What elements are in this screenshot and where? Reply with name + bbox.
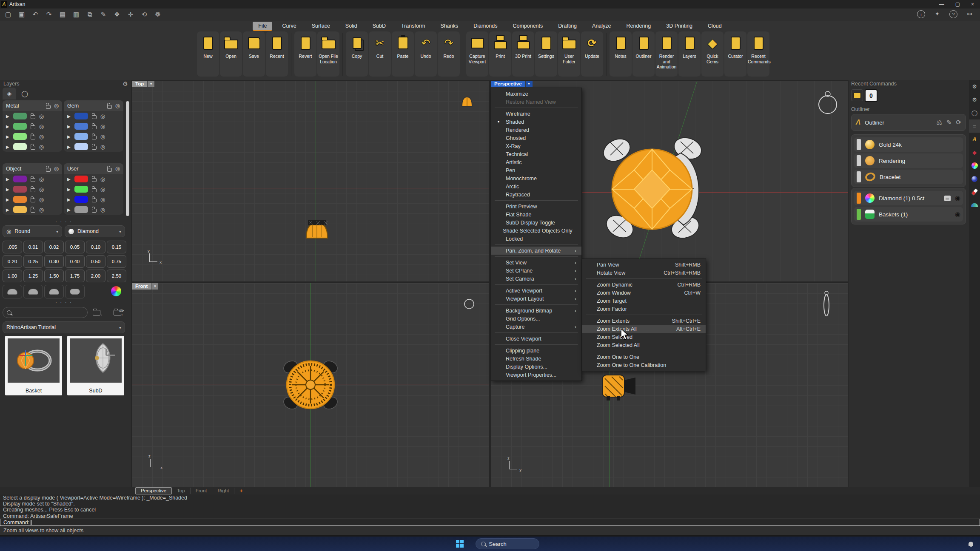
submenu-item[interactable]: Zoom Selected All bbox=[582, 341, 706, 349]
viewport-tab[interactable]: Perspective bbox=[135, 487, 172, 494]
toolbar-icon[interactable]: ✎ bbox=[100, 11, 107, 18]
viewport-tab[interactable]: + bbox=[234, 488, 248, 494]
ribbon-button[interactable]: Quick Gems bbox=[701, 31, 724, 77]
windows-start-button[interactable] bbox=[456, 540, 464, 548]
lock-icon[interactable] bbox=[92, 178, 97, 182]
eye-icon[interactable]: ◎ bbox=[100, 144, 105, 150]
gem-size-button[interactable]: 1.75 bbox=[65, 270, 85, 282]
context-menu-item[interactable]: X-Ray bbox=[491, 142, 581, 150]
toolbar-icon[interactable]: ⟲ bbox=[140, 11, 148, 18]
outliner-row[interactable]: Baskets (1) ◉ bbox=[854, 207, 963, 222]
context-menu-item[interactable] bbox=[495, 332, 578, 333]
submenu-item[interactable]: Zoom Target bbox=[582, 297, 706, 305]
ribbon-tab[interactable]: Shanks bbox=[435, 22, 464, 30]
expand-triangle-icon[interactable]: ▶ bbox=[67, 197, 71, 202]
context-menu-item[interactable]: Display Options... bbox=[491, 363, 581, 371]
ribbon-button[interactable]: Save bbox=[243, 31, 265, 77]
viewport-front-label[interactable]: Front▼ bbox=[132, 283, 158, 290]
submenu-item[interactable]: Zoom Factor bbox=[582, 305, 706, 313]
ribbon-button[interactable]: Update bbox=[581, 31, 603, 77]
layer-color-swatch[interactable] bbox=[13, 123, 27, 130]
layer-row[interactable]: ▶◎ bbox=[3, 131, 62, 142]
ribbon-button[interactable]: Redo bbox=[438, 31, 460, 77]
ribbon-button[interactable]: User Folder bbox=[558, 31, 580, 77]
taskbar-search[interactable]: Search bbox=[476, 538, 539, 549]
context-menu-item[interactable]: Wireframe bbox=[491, 110, 581, 118]
lock-icon[interactable] bbox=[31, 178, 35, 182]
context-menu-item[interactable]: Capture › bbox=[491, 323, 581, 331]
library-item-basket[interactable]: Basket bbox=[5, 336, 62, 395]
ribbon-button[interactable]: New bbox=[197, 31, 219, 77]
ribbon-button[interactable]: Paste bbox=[392, 31, 414, 77]
ribbon-button[interactable]: Capture Viewport bbox=[466, 31, 488, 77]
layer-row[interactable]: ▶◎ bbox=[3, 111, 62, 121]
ribbon-button[interactable]: Recent Commands bbox=[747, 31, 769, 77]
layer-row[interactable]: ▶◎ bbox=[3, 204, 62, 215]
lock-icon[interactable] bbox=[107, 168, 112, 172]
outliner-row[interactable]: Bracelet bbox=[854, 170, 963, 184]
side-tab[interactable]: ◆ bbox=[969, 146, 980, 159]
front-ring-outline[interactable] bbox=[463, 298, 476, 310]
layers-tab-circle[interactable]: ◯ bbox=[18, 88, 31, 99]
ribbon-tab[interactable]: Rendering bbox=[621, 22, 657, 30]
gem-profile-button-2[interactable] bbox=[23, 285, 43, 298]
ribbon-tab[interactable]: Solid bbox=[340, 22, 363, 30]
expand-triangle-icon[interactable]: ▶ bbox=[67, 124, 71, 129]
context-menu-item[interactable]: Rendered bbox=[491, 126, 581, 134]
close-button[interactable]: × bbox=[971, 1, 974, 7]
submenu-item[interactable]: Zoom Dynamic Ctrl+RMB bbox=[582, 281, 706, 289]
layer-row[interactable]: ▶◎ bbox=[3, 194, 62, 204]
layer-color-swatch[interactable] bbox=[74, 113, 88, 119]
side-tab[interactable]: ⚙ bbox=[969, 80, 980, 93]
eye-icon[interactable]: ◎ bbox=[39, 186, 44, 193]
viewport-perspective-label[interactable]: Perspective▼ bbox=[491, 81, 533, 87]
outliner-row[interactable]: Diamond (1) 0.5ct ≣ ◉ bbox=[854, 191, 963, 205]
list-icon[interactable]: ≣ bbox=[944, 196, 951, 201]
context-menu-item[interactable]: Viewport Properties... bbox=[491, 371, 581, 379]
context-menu-item[interactable]: Set View › bbox=[491, 258, 581, 267]
gem-size-button[interactable]: 1.00 bbox=[3, 270, 22, 282]
side-tab[interactable]: ≡ bbox=[969, 119, 980, 133]
gem-size-button[interactable]: 0.20 bbox=[3, 255, 22, 268]
eye-icon[interactable]: ◎ bbox=[39, 123, 44, 130]
submenu-item[interactable]: Pan View Shift+RMB bbox=[582, 261, 706, 269]
context-menu-item[interactable]: Artistic bbox=[491, 158, 581, 166]
lock-icon[interactable] bbox=[92, 136, 97, 139]
ribbon-tab[interactable]: Curve bbox=[276, 22, 302, 30]
eye-icon[interactable]: ◎ bbox=[100, 186, 105, 193]
submenu-item[interactable] bbox=[586, 278, 702, 279]
context-menu-item[interactable] bbox=[495, 344, 578, 345]
context-menu-item[interactable]: Locked bbox=[491, 235, 581, 243]
layer-color-swatch[interactable] bbox=[13, 176, 27, 182]
gem-cut-select[interactable]: ◎ Round ▾ bbox=[3, 225, 62, 237]
top-view-side-gem[interactable] bbox=[459, 94, 475, 109]
gem-size-button[interactable]: 0.02 bbox=[44, 241, 64, 253]
context-menu-item[interactable]: Set Camera › bbox=[491, 275, 581, 283]
gem-color-button[interactable] bbox=[107, 285, 125, 298]
layer-color-swatch[interactable] bbox=[13, 113, 27, 119]
submenu-item[interactable] bbox=[586, 351, 702, 351]
toolbar-icon[interactable]: ↷ bbox=[45, 11, 53, 18]
eye-icon[interactable]: ◎ bbox=[39, 144, 44, 150]
expand-triangle-icon[interactable]: ▶ bbox=[6, 197, 9, 202]
visibility-eye-icon[interactable]: ◉ bbox=[955, 210, 960, 218]
expand-triangle-icon[interactable]: ▶ bbox=[67, 207, 71, 212]
eye-icon[interactable]: ◎ bbox=[39, 133, 44, 140]
expand-triangle-icon[interactable]: ▶ bbox=[67, 114, 71, 119]
viewport-top[interactable]: Top▼ yx bbox=[132, 81, 489, 281]
perspective-ring-model[interactable] bbox=[593, 130, 721, 244]
ribbon-button[interactable]: Outliner bbox=[632, 31, 655, 77]
notification-bell-icon[interactable] bbox=[969, 542, 973, 546]
outliner-row[interactable]: Rendering bbox=[854, 153, 963, 168]
toolbar-icon[interactable]: ❖ bbox=[113, 11, 121, 18]
toolbar-icon[interactable]: ⧉ bbox=[86, 11, 94, 18]
context-menu-item[interactable]: Flat Shade bbox=[491, 210, 581, 219]
layer-row[interactable]: ▶◎ bbox=[64, 142, 123, 152]
viewport-tab[interactable]: Top bbox=[172, 488, 191, 494]
ribbon-button[interactable]: Recent bbox=[266, 31, 288, 77]
context-menu-item[interactable]: Monochrome bbox=[491, 174, 581, 182]
side-tab[interactable]: A bbox=[969, 133, 980, 146]
context-menu-item[interactable] bbox=[495, 304, 578, 305]
layer-color-swatch[interactable] bbox=[74, 176, 88, 182]
layer-row[interactable]: ▶◎ bbox=[3, 174, 62, 184]
